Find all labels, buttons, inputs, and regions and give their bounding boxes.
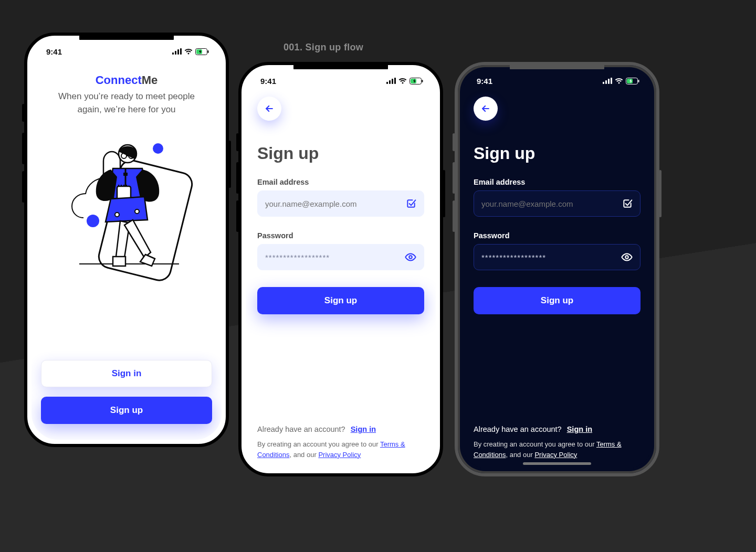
page-title: Sign up bbox=[257, 144, 424, 163]
cellular-signal-icon bbox=[172, 48, 182, 55]
checkbox-icon bbox=[622, 198, 633, 209]
phone-signup-light-frame: 9:41 Sign up Email address Password bbox=[238, 62, 443, 476]
password-label: Password bbox=[474, 231, 640, 240]
canvas-title: 001. Sign up flow bbox=[284, 42, 363, 53]
home-indicator bbox=[523, 462, 591, 465]
svg-point-9 bbox=[153, 143, 163, 154]
status-bar: 9:41 bbox=[462, 69, 652, 92]
email-field[interactable] bbox=[265, 199, 406, 208]
signin-button[interactable]: Sign in bbox=[41, 360, 212, 387]
legal-pre: By creating an account you agree to our bbox=[257, 440, 380, 448]
svg-rect-3 bbox=[180, 48, 182, 55]
svg-rect-23 bbox=[394, 78, 396, 84]
app-logo-text: ConnectMe bbox=[41, 73, 212, 87]
cellular-signal-icon bbox=[386, 78, 396, 84]
privacy-link[interactable]: Privacy Policy bbox=[534, 451, 577, 459]
email-label: Email address bbox=[474, 178, 640, 186]
svg-rect-25 bbox=[422, 80, 423, 82]
page-title: Sign up bbox=[474, 144, 640, 163]
already-text: Already have an account? bbox=[257, 425, 345, 433]
submit-signup-button[interactable]: Sign up bbox=[474, 287, 640, 314]
back-button[interactable] bbox=[474, 97, 498, 121]
password-label: Password bbox=[257, 231, 424, 240]
legal-mid: , and our bbox=[289, 451, 318, 459]
phone-welcome-frame: 9:41 ConnectMe When you’re ready to meet… bbox=[24, 33, 229, 447]
battery-charging-icon bbox=[195, 48, 209, 55]
svg-point-17 bbox=[135, 209, 139, 214]
email-input-wrapper[interactable] bbox=[474, 190, 640, 217]
password-field[interactable] bbox=[265, 253, 405, 262]
phone-signup-dark-frame: 9:41 Sign up Email address Password bbox=[455, 62, 659, 476]
arrow-left-icon bbox=[264, 103, 275, 114]
svg-rect-22 bbox=[392, 79, 393, 84]
battery-charging-icon bbox=[410, 78, 423, 84]
privacy-link[interactable]: Privacy Policy bbox=[318, 451, 361, 459]
password-input-wrapper[interactable] bbox=[257, 244, 424, 270]
submit-signup-button[interactable]: Sign up bbox=[257, 287, 424, 314]
tagline: When you’re ready to meet people again, … bbox=[41, 90, 212, 116]
svg-point-10 bbox=[87, 215, 99, 227]
svg-point-37 bbox=[625, 256, 628, 259]
svg-rect-30 bbox=[605, 80, 607, 84]
email-field[interactable] bbox=[481, 199, 622, 208]
arrow-left-icon bbox=[480, 103, 491, 114]
back-button[interactable] bbox=[257, 97, 281, 121]
svg-rect-20 bbox=[386, 82, 388, 84]
welcome-illustration bbox=[41, 129, 212, 286]
password-input-wrapper[interactable] bbox=[474, 244, 640, 270]
already-have-account: Already have an account? Sign in bbox=[257, 425, 424, 433]
wifi-icon bbox=[184, 48, 193, 55]
svg-rect-15 bbox=[123, 173, 128, 176]
battery-charging-icon bbox=[626, 78, 639, 84]
status-time: 9:41 bbox=[46, 47, 62, 56]
status-time: 9:41 bbox=[477, 77, 492, 86]
brand-secondary: Me bbox=[142, 73, 158, 87]
svg-rect-32 bbox=[611, 78, 612, 84]
eye-icon[interactable] bbox=[621, 251, 633, 263]
svg-rect-19 bbox=[113, 257, 125, 266]
svg-rect-5 bbox=[208, 50, 209, 53]
svg-rect-34 bbox=[638, 80, 639, 82]
brand-primary: Connect bbox=[96, 73, 142, 87]
checkbox-icon bbox=[406, 198, 416, 209]
legal-pre: By creating an account you agree to our bbox=[474, 440, 596, 448]
legal-mid: , and our bbox=[506, 451, 534, 459]
status-time: 9:41 bbox=[260, 77, 276, 86]
signin-link[interactable]: Sign in bbox=[351, 425, 376, 433]
wifi-icon bbox=[615, 78, 623, 84]
svg-rect-1 bbox=[175, 51, 176, 55]
wifi-icon bbox=[398, 78, 407, 84]
svg-rect-2 bbox=[177, 49, 179, 55]
svg-point-18 bbox=[115, 213, 119, 217]
password-field[interactable] bbox=[481, 253, 621, 262]
email-label: Email address bbox=[257, 178, 424, 186]
svg-rect-31 bbox=[608, 79, 610, 84]
svg-point-28 bbox=[409, 256, 412, 259]
status-bar: 9:41 bbox=[32, 40, 222, 63]
signup-button[interactable]: Sign up bbox=[41, 397, 212, 424]
eye-icon[interactable] bbox=[405, 251, 416, 263]
svg-rect-0 bbox=[172, 52, 174, 55]
legal-text: By creating an account you agree to our … bbox=[257, 439, 424, 460]
legal-text: By creating an account you agree to our … bbox=[474, 439, 640, 460]
already-have-account: Already have an account? Sign in bbox=[474, 425, 640, 433]
status-bar: 9:41 bbox=[246, 69, 436, 92]
svg-rect-29 bbox=[603, 82, 604, 84]
signin-link[interactable]: Sign in bbox=[567, 425, 592, 433]
email-input-wrapper[interactable] bbox=[257, 190, 424, 217]
already-text: Already have an account? bbox=[474, 425, 562, 433]
svg-rect-21 bbox=[389, 80, 391, 84]
cellular-signal-icon bbox=[603, 78, 612, 84]
